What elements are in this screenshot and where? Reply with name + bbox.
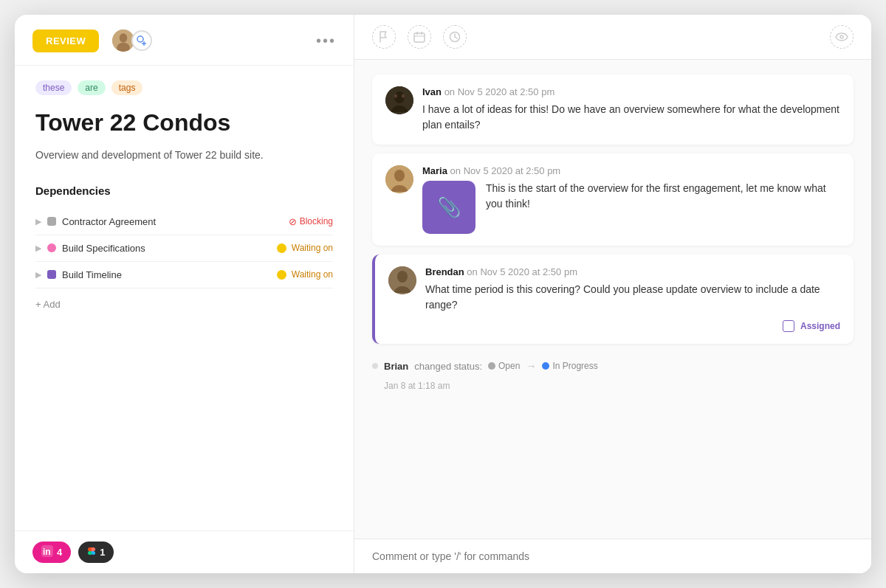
svg-point-25: [397, 271, 408, 283]
comment-timestamp: on Nov 5 2020 at 2:50 pm: [444, 86, 555, 97]
activity-dot-icon: [372, 363, 378, 369]
to-status: In Progress: [542, 361, 597, 371]
calendar-icon-button[interactable]: [408, 25, 431, 49]
comment-body: Maria on Nov 5 2020 at 2:50 pm 📎 This is…: [422, 165, 840, 234]
comment-header: Brendan on Nov 5 2020 at 2:50 pm What ti…: [388, 266, 840, 332]
more-options-button[interactable]: •••: [316, 32, 336, 49]
comment-meta: Maria on Nov 5 2020 at 2:50 pm: [422, 165, 840, 176]
to-status-dot: [542, 362, 549, 370]
dependency-status: Blocking: [289, 216, 333, 227]
svg-point-9: [92, 551, 95, 555]
expand-arrow-icon: ▶: [35, 243, 41, 253]
avatar-group: [111, 28, 152, 53]
comment-card-highlighted: Brendan on Nov 5 2020 at 2:50 pm What ti…: [372, 255, 854, 344]
comment-body: Brendan on Nov 5 2020 at 2:50 pm What ti…: [425, 266, 840, 332]
waiting-icon: [277, 270, 286, 280]
arrow-right-icon: →: [526, 360, 536, 372]
dependency-name: Build Timeline: [62, 269, 271, 280]
tag-item[interactable]: are: [78, 80, 105, 95]
comment-timestamp: on Nov 5 2020 at 2:50 pm: [467, 266, 577, 277]
figma-count: 1: [100, 547, 105, 558]
waiting-icon: [277, 243, 286, 253]
comment-footer: Assigned: [425, 320, 840, 332]
dependency-item[interactable]: ▶ Build Timeline Waiting on: [35, 262, 333, 288]
comment-meta: Ivan on Nov 5 2020 at 2:50 pm: [422, 86, 840, 97]
tag-item[interactable]: these: [35, 80, 72, 95]
comment-meta: Brendan on Nov 5 2020 at 2:50 pm: [425, 266, 840, 277]
comment-author: Maria: [422, 165, 447, 176]
right-panel: Ivan on Nov 5 2020 at 2:50 pm I have a l…: [354, 15, 871, 573]
svg-point-1: [120, 33, 128, 42]
tags-row: these are tags: [35, 80, 333, 95]
right-header: [354, 15, 871, 60]
activity-action: changed status:: [414, 361, 482, 372]
comments-area: Ivan on Nov 5 2020 at 2:50 pm I have a l…: [354, 60, 871, 539]
invision-count: 4: [57, 547, 62, 558]
comment-header: Maria on Nov 5 2020 at 2:50 pm 📎 This is…: [385, 165, 840, 234]
commenter-avatar: [388, 266, 416, 294]
dep-status-dot: [47, 243, 56, 252]
commenter-avatar: [385, 165, 413, 193]
assigned-label: Assigned: [800, 321, 840, 331]
left-panel: REVIEW: [15, 15, 354, 573]
svg-line-16: [455, 37, 457, 38]
svg-text:in: in: [43, 547, 51, 557]
assigned-checkbox[interactable]: [783, 320, 794, 332]
activity-row: Brian changed status: Open → In Progress: [372, 353, 854, 379]
svg-point-23: [394, 170, 405, 181]
comment-card: Maria on Nov 5 2020 at 2:50 pm 📎 This is…: [372, 153, 854, 246]
dependencies-list: ▶ Contractor Agreement Blocking ▶ Build …: [35, 209, 333, 288]
attachment-thumbnail[interactable]: 📎: [422, 181, 475, 234]
svg-point-21: [402, 94, 405, 98]
from-status-dot: [488, 362, 495, 370]
figma-icon: [87, 545, 96, 559]
dependencies-heading: Dependencies: [35, 184, 333, 197]
svg-rect-10: [414, 33, 425, 42]
invision-icon: in: [41, 545, 53, 559]
comment-card: Ivan on Nov 5 2020 at 2:50 pm I have a l…: [372, 75, 854, 145]
expand-arrow-icon: ▶: [35, 217, 41, 226]
clock-icon-button[interactable]: [443, 25, 467, 49]
activity-date: Jan 8 at 1:18 am: [384, 381, 854, 391]
page-title: Tower 22 Condos: [35, 108, 333, 136]
comment-text: I have a lot of ideas for this! Do we ha…: [422, 102, 840, 133]
comment-text: This is the start of the overview for th…: [486, 181, 840, 212]
svg-point-2: [117, 43, 130, 53]
comment-author: Ivan: [422, 86, 442, 97]
svg-point-17: [840, 35, 843, 38]
left-header: REVIEW: [15, 15, 354, 66]
activity-actor: Brian: [384, 361, 408, 372]
paperclip-icon: 📎: [437, 196, 461, 219]
dependency-status: Waiting on: [277, 243, 333, 253]
app-badge-figma[interactable]: 1: [78, 542, 114, 563]
dependency-item[interactable]: ▶ Build Specifications Waiting on: [35, 235, 333, 262]
comment-input-bar: [354, 539, 871, 573]
page-description: Overview and development of Tower 22 bui…: [35, 147, 333, 163]
comment-with-attachment: 📎 This is the start of the overview for …: [422, 181, 840, 234]
comment-timestamp: on Nov 5 2020 at 2:50 pm: [450, 165, 561, 176]
comment-header: Ivan on Nov 5 2020 at 2:50 pm I have a l…: [385, 86, 840, 133]
comment-author: Brendan: [425, 266, 464, 277]
comment-input[interactable]: [372, 550, 854, 562]
comment-body: Ivan on Nov 5 2020 at 2:50 pm I have a l…: [422, 86, 840, 133]
flag-icon-button[interactable]: [372, 25, 396, 49]
dependency-status: Waiting on: [277, 269, 333, 280]
add-member-button[interactable]: [131, 30, 152, 51]
left-footer: in 4 1: [15, 530, 354, 573]
add-dependency-button[interactable]: + Add: [35, 299, 333, 310]
tag-item[interactable]: tags: [111, 80, 143, 95]
dep-status-dot: [47, 217, 56, 226]
dependency-item[interactable]: ▶ Contractor Agreement Blocking: [35, 209, 333, 235]
dep-status-dot: [47, 270, 56, 279]
review-button[interactable]: REVIEW: [32, 30, 99, 52]
svg-point-3: [137, 36, 143, 42]
from-status: Open: [488, 361, 520, 371]
svg-point-20: [394, 94, 397, 98]
eye-icon-button[interactable]: [830, 25, 854, 49]
expand-arrow-icon: ▶: [35, 270, 41, 280]
left-content: these are tags Tower 22 Condos Overview …: [15, 66, 354, 530]
dependency-name: Contractor Agreement: [62, 216, 283, 227]
app-badge-invision[interactable]: in 4: [32, 542, 71, 563]
comment-text: What time period is this covering? Could…: [425, 282, 840, 313]
commenter-avatar: [385, 86, 413, 114]
